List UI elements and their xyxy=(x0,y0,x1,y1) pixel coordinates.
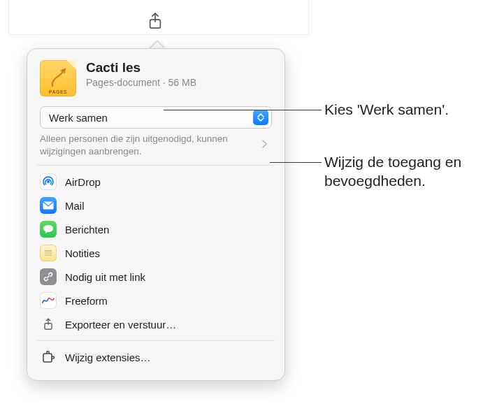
edit-extensions[interactable]: Wijzig extensies… xyxy=(31,345,280,369)
link-icon xyxy=(40,268,57,285)
callout-line xyxy=(270,162,322,163)
mail-icon xyxy=(40,197,57,214)
option-notes[interactable]: Notities xyxy=(31,241,280,265)
notes-icon xyxy=(40,245,57,261)
option-label: Exporteer en verstuur… xyxy=(65,319,273,331)
callout-line xyxy=(164,110,322,110)
share-icon xyxy=(147,11,163,31)
permissions-text: Alleen personen die zijn uitgenodigd, ku… xyxy=(40,133,257,158)
option-label: Nodig uit met link xyxy=(65,271,273,283)
export-icon xyxy=(40,316,57,333)
pages-document-icon: PAGES xyxy=(40,60,76,96)
footer-options: Wijzig extensies… xyxy=(27,341,285,373)
option-invite-link[interactable]: Nodig uit met link xyxy=(31,265,280,289)
option-freeform[interactable]: Freeform xyxy=(31,289,280,312)
share-button[interactable] xyxy=(143,10,168,32)
chevron-right-icon xyxy=(262,139,272,152)
permissions-row[interactable]: Alleen personen die zijn uitgenodigd, ku… xyxy=(40,133,272,158)
extensions-icon xyxy=(40,349,57,365)
callout-text-b: Wijzig de toegang en bevoegdheden. xyxy=(324,152,492,191)
updown-chevrons-icon xyxy=(253,110,268,125)
messages-icon xyxy=(40,221,57,238)
document-type: Pages-document xyxy=(86,77,160,88)
option-label: Wijzig extensies… xyxy=(65,352,273,363)
document-size: 56 MB xyxy=(168,77,196,88)
airdrop-icon xyxy=(40,173,57,190)
callout-text-a: Kies 'Werk samen'. xyxy=(324,100,449,119)
option-export-send[interactable]: Exporteer en verstuur… xyxy=(31,312,280,336)
document-header: PAGES Cacti les Pages-document · 56 MB xyxy=(27,60,285,102)
collaboration-mode-label: Werk samen xyxy=(49,112,108,124)
share-popover: PAGES Cacti les Pages-document · 56 MB W… xyxy=(27,48,285,381)
option-airdrop[interactable]: AirDrop xyxy=(31,170,280,194)
option-label: AirDrop xyxy=(65,176,273,188)
option-label: Notities xyxy=(65,247,273,259)
svg-rect-7 xyxy=(43,354,52,362)
freeform-icon xyxy=(40,292,57,309)
pages-badge: PAGES xyxy=(40,89,76,94)
option-label: Freeform xyxy=(65,295,273,307)
share-options-list: AirDrop Mail Berichten xyxy=(27,166,285,340)
document-title: Cacti les xyxy=(86,60,196,75)
option-label: Berichten xyxy=(65,224,273,236)
option-label: Mail xyxy=(65,200,273,212)
document-subtitle: Pages-document · 56 MB xyxy=(86,77,196,88)
svg-point-1 xyxy=(47,180,50,183)
option-mail[interactable]: Mail xyxy=(31,194,280,217)
option-messages[interactable]: Berichten xyxy=(31,217,280,241)
